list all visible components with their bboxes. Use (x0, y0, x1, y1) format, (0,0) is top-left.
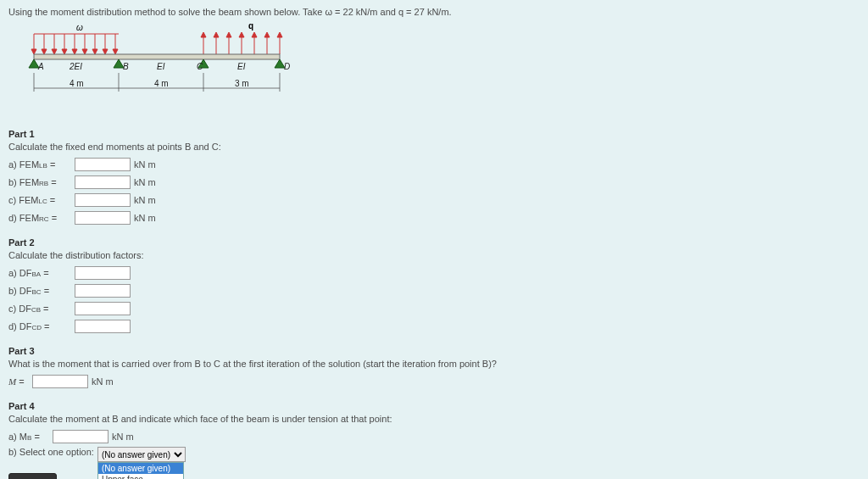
problem-statement: Using the moment distribution method to … (8, 7, 860, 17)
df-ba-label: a) DFBA = (8, 268, 75, 278)
fem-cl-label: c) FEMLC = (8, 195, 75, 205)
part2-title: Part 2 (8, 237, 860, 248)
df-cd-label: d) DFCD = (8, 321, 75, 331)
svg-marker-27 (226, 32, 231, 37)
svg-marker-17 (103, 49, 108, 54)
check-button[interactable]: Check (8, 473, 57, 479)
face-select[interactable]: (No answer given) (97, 447, 186, 462)
svg-marker-3 (31, 49, 36, 54)
mb-label: a) MB = (8, 432, 53, 442)
df-cb-label: c) DFCB = (8, 304, 75, 314)
part1-title: Part 1 (8, 129, 860, 139)
svg-marker-29 (239, 32, 244, 37)
part3: Part 3 What is the moment that is carrie… (8, 346, 860, 389)
svg-marker-35 (277, 32, 282, 37)
svg-marker-25 (214, 32, 219, 37)
svg-marker-33 (264, 32, 270, 37)
svg-text:2EI: 2EI (69, 62, 82, 71)
svg-text:EI: EI (157, 62, 165, 71)
svg-text:q: q (248, 22, 253, 31)
svg-text:4 m: 4 m (154, 79, 169, 88)
df-ba-input[interactable] (75, 266, 131, 280)
df-bc-input[interactable] (75, 284, 131, 298)
fem-bl-input[interactable] (75, 158, 131, 171)
svg-text:C: C (197, 62, 203, 71)
df-bc-label: b) DFBC = (8, 286, 75, 296)
m-label: M = (8, 376, 32, 387)
m-input[interactable] (32, 375, 88, 388)
svg-text:ω: ω (76, 23, 83, 32)
svg-marker-19 (113, 49, 118, 54)
part2: Part 2 Calculate the distribution factor… (8, 237, 860, 334)
face-select-options: (No answer given) Upper face Lower face (97, 462, 184, 479)
svg-text:3 m: 3 m (235, 79, 249, 88)
beam-diagram: ω q A 2EI B EI C EI D (8, 22, 331, 117)
select-option-label: b) Select one option: (8, 447, 94, 457)
part1: Part 1 Calculate the fixed end moments a… (8, 129, 860, 226)
svg-marker-9 (62, 49, 67, 54)
svg-marker-11 (72, 49, 77, 54)
mb-input[interactable] (53, 430, 108, 443)
fem-cl-input[interactable] (75, 193, 131, 207)
fem-cr-label: d) FEMRC = (8, 213, 75, 223)
fem-bl-label: a) FEMLB = (8, 159, 75, 170)
part3-desc: What is the moment that is carried over … (8, 359, 860, 369)
part1-desc: Calculate the fixed end moments at point… (8, 142, 860, 152)
svg-text:4 m: 4 m (70, 79, 84, 88)
svg-text:D: D (284, 62, 290, 71)
part4-desc: Calculate the moment at B and indicate w… (8, 414, 860, 424)
fem-cr-input[interactable] (75, 211, 131, 225)
svg-text:EI: EI (237, 62, 246, 71)
option-upper-face[interactable]: Upper face (98, 474, 183, 479)
svg-marker-15 (92, 49, 97, 54)
part3-title: Part 3 (8, 346, 860, 356)
svg-marker-7 (52, 49, 57, 54)
part4: Part 4 Calculate the moment at B and ind… (8, 401, 860, 479)
df-cd-input[interactable] (75, 320, 131, 333)
part2-desc: Calculate the distribution factors: (8, 250, 860, 260)
part4-title: Part 4 (8, 401, 860, 411)
fem-br-input[interactable] (75, 175, 131, 189)
fem-br-label: b) FEMRB = (8, 177, 75, 187)
df-cb-input[interactable] (75, 302, 131, 315)
svg-text:B: B (123, 62, 129, 71)
svg-marker-31 (252, 32, 257, 37)
unit-knm: kN m (134, 159, 156, 170)
svg-text:A: A (37, 62, 44, 71)
svg-marker-23 (201, 32, 206, 37)
option-no-answer[interactable]: (No answer given) (98, 463, 183, 474)
svg-rect-36 (34, 54, 280, 59)
svg-marker-13 (82, 49, 87, 54)
svg-marker-5 (42, 49, 47, 54)
